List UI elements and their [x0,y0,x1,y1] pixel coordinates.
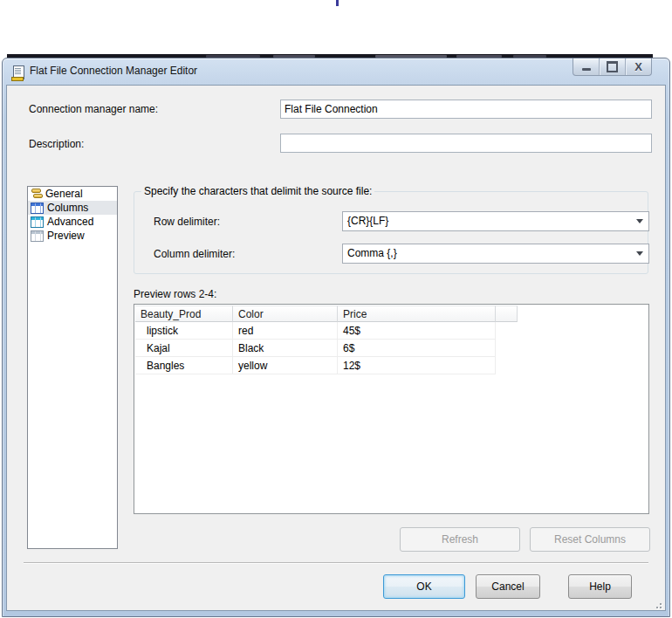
preview-rows-label: Preview rows 2-4: [134,288,216,300]
grid-cell: Bangles [135,357,233,374]
description-input[interactable] [280,134,652,153]
help-button[interactable]: Help [568,574,632,599]
cancel-button[interactable]: Cancel [476,574,540,599]
grid-row: Bangles yellow 12$ [135,357,518,374]
column-delimiter-value: Comma {,} [347,244,397,262]
preview-grid-container: Beauty_Prod Color Price lipstick red 45$… [134,304,649,514]
row-delimiter-value: {CR}{LF} [347,212,388,230]
chevron-down-icon[interactable] [636,219,643,223]
grid-header-cell: Beauty_Prod [135,306,233,322]
grid-header-row: Beauty_Prod Color Price [135,306,518,322]
maximize-button[interactable] [599,58,625,75]
columns-table-icon [31,203,44,214]
resize-grip[interactable] [653,600,662,608]
pages-listbox: General Columns Advanced Preview [27,186,118,549]
text-caret-artifact [336,0,339,6]
advanced-table-icon [31,216,44,228]
grid-header-cell: Color [233,306,338,322]
nav-item-general[interactable]: General [28,187,117,201]
minimize-button[interactable] [573,58,599,75]
title-bar[interactable]: Flat File Connection Manager Editor X [3,58,669,85]
nav-item-label: General [45,188,83,200]
nav-item-columns[interactable]: Columns [28,201,117,215]
nav-item-label: Advanced [47,216,93,228]
nav-item-label: Preview [47,230,85,242]
flat-file-document-icon [13,65,24,79]
preview-grid: Beauty_Prod Color Price lipstick red 45$… [135,306,518,374]
connection-manager-name-input[interactable] [280,100,652,119]
column-delimiter-combobox[interactable]: Comma {,} [342,244,649,264]
grid-cell: yellow [233,357,338,374]
nav-item-label: Columns [47,202,88,214]
nav-item-advanced[interactable]: Advanced [28,215,117,229]
column-delimiter-label: Column delimiter: [154,248,235,260]
chevron-down-icon[interactable] [636,251,643,256]
minimize-icon [582,68,591,71]
window-controls: X [573,58,652,76]
preview-table-icon [31,230,44,242]
row-delimiter-label: Row delimiter: [154,216,220,228]
grid-cell: 12$ [338,357,496,374]
flat-file-connection-manager-editor-dialog: Flat File Connection Manager Editor X Co… [2,58,670,617]
footer-separator [24,562,648,564]
grid-header-filler [496,306,518,322]
nav-item-preview[interactable]: Preview [28,229,117,243]
grid-cell: 45$ [338,322,496,340]
delimiters-group-title: Specify the characters that delimit the … [141,185,374,197]
grid-cell: lipstick [135,322,233,340]
connection-manager-icon [31,189,42,200]
grid-header-cell: Price [338,306,496,322]
refresh-button[interactable]: Refresh [400,527,520,552]
maximize-icon [607,61,618,72]
ok-button[interactable]: OK [383,574,465,599]
close-button[interactable]: X [625,58,651,75]
reset-columns-button[interactable]: Reset Columns [530,527,650,552]
row-delimiter-combobox[interactable]: {CR}{LF} [342,211,649,231]
window-title: Flat File Connection Manager Editor [30,58,197,85]
grid-row: lipstick red 45$ [135,322,518,340]
grid-cell: red [233,322,338,340]
grid-cell: 6$ [338,340,496,357]
grid-cell: Kajal [135,340,233,357]
grid-cell: Black [233,340,338,357]
connection-manager-name-label: Connection manager name: [29,103,158,115]
grid-row: Kajal Black 6$ [135,340,518,357]
close-icon: X [634,60,642,73]
description-label: Description: [29,138,84,150]
